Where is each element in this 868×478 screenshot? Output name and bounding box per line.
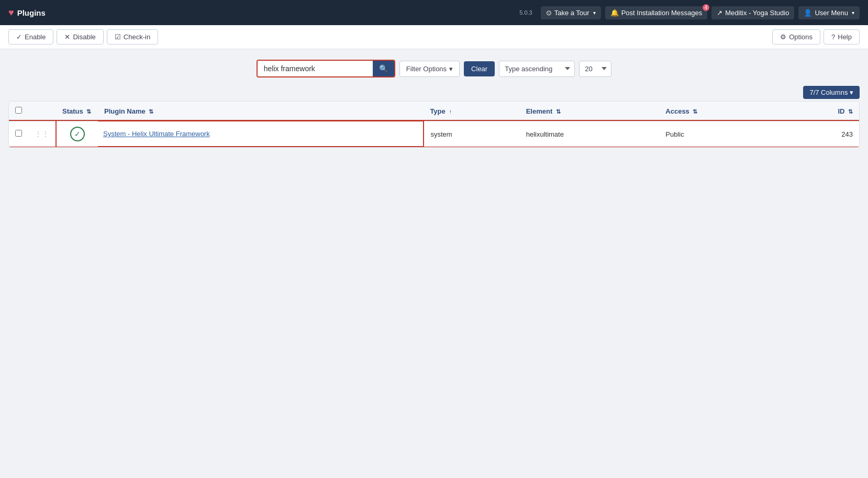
clear-label: Clear bbox=[471, 65, 487, 73]
plugin-name-col-label: Plugin Name bbox=[104, 107, 146, 115]
col-status[interactable]: Status ⇅ bbox=[56, 102, 98, 121]
question-icon: ? bbox=[831, 33, 835, 41]
user-menu-button[interactable]: 👤 User Menu ▾ bbox=[798, 6, 860, 19]
search-input[interactable]: helix framework bbox=[258, 61, 373, 76]
version-label: 5.0.3 bbox=[519, 9, 532, 16]
plugins-table-wrap: Status ⇅ Plugin Name ⇅ Type ↑ Element ⇅ bbox=[8, 101, 860, 148]
brand: ♥ Plugins bbox=[8, 7, 46, 18]
enable-button[interactable]: ✓ Enable bbox=[8, 29, 53, 45]
table-row: ⋮⋮ ✓ System - Helix Ultimate Framework s… bbox=[9, 121, 859, 147]
row-access-cell: Public bbox=[659, 121, 783, 147]
select-all-checkbox[interactable] bbox=[15, 107, 22, 114]
options-button[interactable]: ⚙ Options bbox=[772, 29, 820, 45]
disable-button[interactable]: ✕ Disable bbox=[57, 29, 103, 45]
type-sort-icon: ↑ bbox=[449, 108, 452, 115]
row-type-cell: system bbox=[424, 121, 519, 147]
drag-handle-icon[interactable]: ⋮⋮ bbox=[35, 130, 49, 138]
col-drag bbox=[28, 102, 56, 121]
search-box: helix framework 🔍 bbox=[257, 60, 395, 77]
filter-options-caret-icon: ▾ bbox=[449, 65, 453, 73]
filter-options-label: Filter Options bbox=[406, 65, 447, 73]
external-link-label: Meditix - Yoga Studio bbox=[725, 9, 789, 17]
row-plugin-name-cell: System - Helix Ultimate Framework bbox=[98, 121, 424, 147]
help-label: Help bbox=[838, 33, 852, 41]
type-col-label: Type bbox=[430, 107, 445, 115]
checkin-label: Check-in bbox=[124, 33, 150, 41]
row-checkbox-cell bbox=[9, 121, 28, 147]
gear-icon: ⚙ bbox=[780, 33, 786, 41]
columns-row: 7/7 Columns ▾ bbox=[8, 86, 860, 99]
status-enabled-icon[interactable]: ✓ bbox=[70, 127, 85, 141]
plugin-name-link[interactable]: System - Helix Ultimate Framework bbox=[103, 130, 210, 138]
id-sort-icon: ⇅ bbox=[848, 108, 853, 115]
content-area: helix framework 🔍 Filter Options ▾ Clear… bbox=[0, 49, 868, 158]
table-header-row: Status ⇅ Plugin Name ⇅ Type ↑ Element ⇅ bbox=[9, 102, 859, 121]
toolbar: ✓ Enable ✕ Disable ☑ Check-in ⚙ Options … bbox=[0, 25, 868, 49]
help-button[interactable]: ? Help bbox=[824, 29, 860, 45]
check-icon: ✓ bbox=[16, 33, 22, 41]
id-col-label: ID bbox=[838, 107, 844, 115]
take-a-tour-button[interactable]: ⊙ Take a Tour ▾ bbox=[541, 6, 601, 19]
columns-label: 7/7 Columns ▾ bbox=[809, 88, 853, 96]
col-plugin-name[interactable]: Plugin Name ⇅ bbox=[98, 102, 424, 121]
element-sort-icon: ⇅ bbox=[556, 108, 561, 115]
row-element-value: helixultimate bbox=[526, 130, 564, 138]
status-col-label: Status bbox=[62, 107, 83, 115]
row-id-cell: 243 bbox=[783, 121, 859, 147]
checkin-button[interactable]: ☑ Check-in bbox=[107, 29, 158, 45]
user-menu-label: User Menu bbox=[815, 9, 848, 17]
options-label: Options bbox=[789, 33, 813, 41]
user-menu-caret-icon: ▾ bbox=[852, 10, 854, 16]
search-button[interactable]: 🔍 bbox=[373, 61, 394, 76]
col-access[interactable]: Access ⇅ bbox=[659, 102, 783, 121]
disable-label: Disable bbox=[73, 33, 95, 41]
sort-select[interactable]: Type ascending Type descending Name asce… bbox=[499, 61, 575, 77]
enable-label: Enable bbox=[25, 33, 46, 41]
row-id-value: 243 bbox=[841, 130, 853, 138]
col-type[interactable]: Type ↑ bbox=[424, 102, 519, 121]
brand-title: Plugins bbox=[17, 8, 46, 17]
plugin-name-sort-icon: ⇅ bbox=[149, 108, 153, 115]
row-checkbox[interactable] bbox=[15, 130, 22, 137]
columns-button[interactable]: 7/7 Columns ▾ bbox=[803, 86, 860, 99]
row-element-cell: helixultimate bbox=[520, 121, 660, 147]
user-icon: 👤 bbox=[804, 9, 812, 17]
take-a-tour-label: Take a Tour bbox=[554, 9, 589, 17]
status-sort-icon: ⇅ bbox=[86, 108, 91, 115]
access-sort-icon: ⇅ bbox=[693, 108, 697, 115]
filter-options-button[interactable]: Filter Options ▾ bbox=[399, 61, 460, 77]
notifications-label: Post Installation Messages bbox=[621, 9, 703, 17]
topnav: ♥ Plugins 5.0.3 ⊙ Take a Tour ▾ 🔔 4 Post… bbox=[0, 0, 868, 25]
access-col-label: Access bbox=[665, 107, 689, 115]
col-element[interactable]: Element ⇅ bbox=[520, 102, 660, 121]
filter-row: helix framework 🔍 Filter Options ▾ Clear… bbox=[8, 60, 860, 77]
compass-icon: ⊙ bbox=[546, 9, 552, 17]
clear-button[interactable]: Clear bbox=[464, 61, 495, 76]
search-icon: 🔍 bbox=[379, 64, 388, 73]
external-link-icon: ↗ bbox=[717, 9, 722, 17]
row-access-value: Public bbox=[665, 130, 684, 138]
row-status-cell: ✓ bbox=[56, 121, 98, 147]
row-type-value: system bbox=[430, 130, 452, 138]
notifications-badge: 4 bbox=[703, 4, 710, 11]
plugins-table: Status ⇅ Plugin Name ⇅ Type ↑ Element ⇅ bbox=[9, 102, 859, 147]
col-checkbox bbox=[9, 102, 28, 121]
per-page-select[interactable]: 10 15 20 25 50 100 bbox=[579, 61, 611, 77]
notifications-button[interactable]: 🔔 4 Post Installation Messages bbox=[605, 6, 708, 19]
checkin-icon: ☑ bbox=[115, 33, 121, 41]
external-link-button[interactable]: ↗ Meditix - Yoga Studio bbox=[711, 6, 794, 19]
tour-caret-icon: ▾ bbox=[593, 10, 596, 16]
element-col-label: Element bbox=[526, 107, 553, 115]
x-icon: ✕ bbox=[64, 33, 70, 41]
brand-icon: ♥ bbox=[8, 7, 14, 18]
row-drag-cell: ⋮⋮ bbox=[28, 121, 56, 147]
col-id[interactable]: ID ⇅ bbox=[783, 102, 859, 121]
bell-icon: 🔔 bbox=[610, 9, 619, 17]
